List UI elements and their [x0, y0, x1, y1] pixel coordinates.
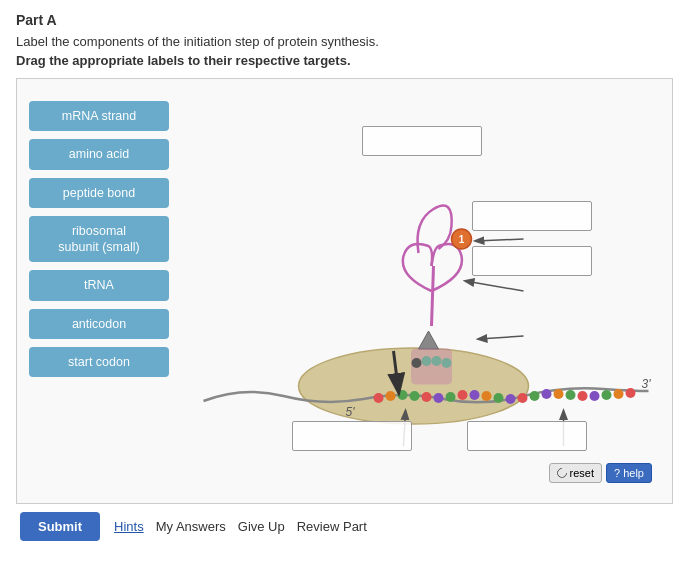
svg-point-38 [422, 356, 432, 366]
svg-point-13 [518, 393, 528, 403]
give-up-link[interactable]: Give Up [238, 519, 285, 534]
svg-point-18 [578, 391, 588, 401]
svg-point-22 [626, 388, 636, 398]
svg-text:1: 1 [459, 234, 465, 245]
label-trna[interactable]: tRNA [29, 270, 169, 300]
hints-link[interactable]: Hints [114, 519, 144, 534]
instructions-line2: Drag the appropriate labels to their res… [16, 53, 673, 68]
svg-line-27 [476, 239, 524, 241]
diagram-area: 3' 5' 1 [177, 91, 660, 491]
svg-point-6 [434, 393, 444, 403]
review-part-link[interactable]: Review Part [297, 519, 367, 534]
reset-icon [554, 466, 568, 480]
submit-button[interactable]: Submit [20, 512, 100, 541]
instructions-line1: Label the components of the initiation s… [16, 34, 673, 49]
svg-point-9 [470, 390, 480, 400]
svg-marker-35 [419, 331, 439, 349]
svg-point-4 [410, 391, 420, 401]
label-peptide-bond[interactable]: peptide bond [29, 178, 169, 208]
drop-box-5[interactable] [467, 421, 587, 451]
svg-point-12 [506, 394, 516, 404]
svg-point-3 [398, 390, 408, 400]
reset-label: reset [570, 467, 594, 479]
svg-point-2 [386, 391, 396, 401]
reset-button[interactable]: reset [549, 463, 602, 483]
svg-point-20 [602, 390, 612, 400]
svg-point-19 [590, 391, 600, 401]
labels-panel: mRNA strand amino acid peptide bond ribo… [29, 101, 169, 377]
utility-buttons: reset ? help [549, 463, 652, 483]
part-title: Part A [16, 12, 673, 28]
drop-box-1[interactable] [362, 126, 482, 156]
svg-point-11 [494, 393, 504, 403]
svg-point-10 [482, 391, 492, 401]
svg-text:3': 3' [642, 377, 652, 391]
bottom-toolbar: Submit Hints My Answers Give Up Review P… [16, 504, 673, 545]
my-answers-link[interactable]: My Answers [156, 519, 226, 534]
svg-point-17 [566, 390, 576, 400]
svg-point-37 [412, 358, 422, 368]
drop-box-3[interactable] [472, 246, 592, 276]
svg-line-28 [466, 281, 524, 291]
label-mrna-strand[interactable]: mRNA strand [29, 101, 169, 131]
svg-point-8 [458, 390, 468, 400]
svg-point-1 [374, 393, 384, 403]
svg-point-7 [446, 392, 456, 402]
svg-text:5': 5' [346, 405, 356, 419]
svg-line-29 [479, 336, 524, 339]
svg-point-16 [554, 389, 564, 399]
drop-box-4[interactable] [292, 421, 412, 451]
svg-point-39 [432, 356, 442, 366]
drop-box-2[interactable] [472, 201, 592, 231]
label-start-codon[interactable]: start codon [29, 347, 169, 377]
page-container: Part A Label the components of the initi… [0, 0, 689, 557]
svg-point-15 [542, 389, 552, 399]
label-anticodon[interactable]: anticodon [29, 309, 169, 339]
svg-point-5 [422, 392, 432, 402]
activity-box: mRNA strand amino acid peptide bond ribo… [16, 78, 673, 504]
svg-point-14 [530, 391, 540, 401]
label-ribosomal-subunit[interactable]: ribosomalsubunit (small) [29, 216, 169, 263]
label-amino-acid[interactable]: amino acid [29, 139, 169, 169]
help-button[interactable]: ? help [606, 463, 652, 483]
svg-point-21 [614, 389, 624, 399]
svg-point-40 [442, 358, 452, 368]
